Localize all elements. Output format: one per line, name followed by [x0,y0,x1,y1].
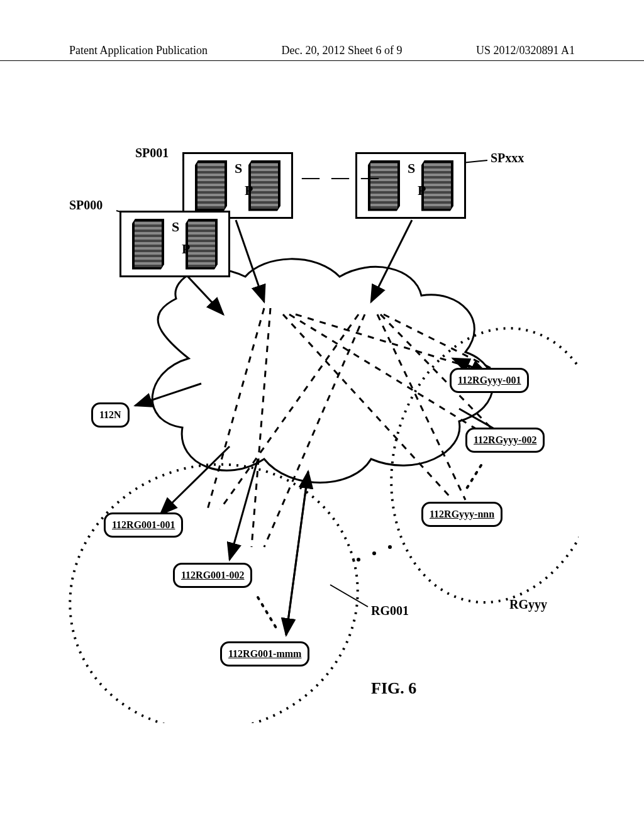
node-rgyyy-001: 112RGyyy-001 [450,368,529,393]
svg-point-30 [357,558,360,562]
svg-line-18 [264,314,365,547]
rgyyy-label: RGyyy [509,597,547,612]
node-label: 112RG001-mmm [228,648,301,659]
server-icon [186,219,218,270]
svg-line-7 [286,472,308,635]
node-rg001-002: 112RG001-002 [173,563,252,588]
node-rgyyy-nnn: 112RGyyy-nnn [421,502,502,527]
server-p-label: P [182,241,190,257]
server-s-label: S [235,160,242,177]
node-label: 112RG001-002 [181,570,244,580]
svg-line-13 [252,308,270,547]
node-rg001-mmm: 112RG001-mmm [220,641,309,667]
server-p-label: P [418,182,426,199]
server-pair-sp000: S P [119,211,230,277]
node-label: 112RGyyy-001 [458,375,521,385]
sp001-label: SP001 [135,146,169,160]
node-label: 112N [99,409,121,420]
server-pair-sp001: S P [182,152,293,219]
node-rg001-001: 112RG001-001 [104,512,183,538]
svg-line-12 [208,308,264,509]
server-icon [248,160,280,211]
server-icon [421,160,453,211]
svg-line-5 [160,446,230,514]
node-rgyyy-002: 112RGyyy-002 [465,428,545,453]
page-header: Patent Application Publication Dec. 20, … [0,44,644,61]
server-icon [195,160,227,211]
server-icon [132,219,164,270]
node-label: 112RGyyy-nnn [430,509,494,519]
header-left: Patent Application Publication [69,44,208,57]
rg001-label: RG001 [371,604,409,618]
cloud-icon [152,259,493,483]
node-112n: 112N [91,402,130,428]
svg-point-23 [367,309,579,622]
svg-line-14 [283,314,453,500]
svg-line-17 [220,314,358,509]
figure-diagram: S P S P S P — — — SP001 SPxxx SP000 112N… [63,157,579,723]
header-right: US 2012/0320891 A1 [476,44,575,57]
server-s-label: S [172,219,179,235]
figure-label: FIG. 6 [371,679,416,698]
svg-line-2 [236,220,264,302]
node-label: 112RG001-001 [112,519,175,530]
node-label: 112RGyyy-002 [474,434,536,445]
sp000-label: SP000 [69,198,103,213]
spxxx-label: SPxxx [491,151,524,165]
svg-line-19 [377,314,465,500]
svg-line-28 [258,597,277,629]
server-s-label: S [408,160,415,177]
svg-line-4 [135,384,201,406]
svg-line-29 [465,465,481,490]
svg-line-3 [371,220,412,302]
ellipsis-dashes: — — — [302,167,382,187]
svg-point-32 [388,545,392,549]
svg-line-27 [330,585,368,607]
server-p-label: P [245,182,253,199]
svg-line-6 [230,459,258,560]
svg-line-8 [286,472,308,635]
svg-point-31 [372,551,376,555]
header-center: Dec. 20, 2012 Sheet 6 of 9 [281,44,402,57]
